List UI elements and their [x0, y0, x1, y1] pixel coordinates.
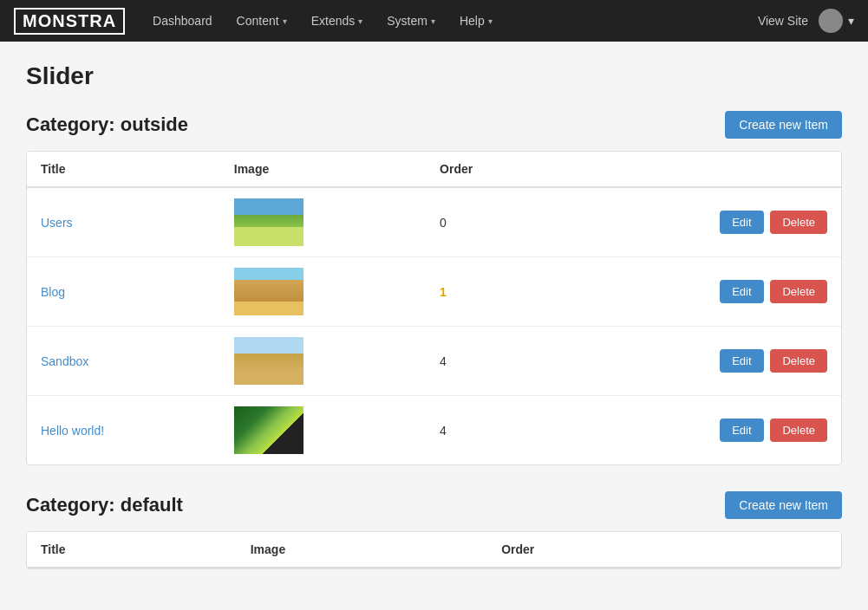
delete-button-0[interactable]: Delete [770, 211, 827, 234]
category-outside-section: Category: outside Create new Item Title … [26, 111, 842, 465]
delete-button-2[interactable]: Delete [770, 349, 827, 373]
nav-items: Dashboard Content ▾ Extends ▾ System ▾ H… [142, 9, 758, 33]
default-col-title: Title [27, 532, 237, 568]
default-table-container: Title Image Order [26, 531, 842, 569]
category-default-header: Category: default Create new Item [26, 491, 842, 519]
col-actions [555, 152, 841, 187]
col-title: Title [27, 152, 220, 187]
cell-image-3 [220, 396, 426, 465]
cell-order-3: 4 [426, 396, 555, 465]
category-default-title: Category: default [26, 494, 183, 516]
main-content: Slider Category: outside Create new Item… [0, 42, 868, 610]
view-site-link[interactable]: View Site [758, 14, 808, 28]
page-title: Slider [26, 62, 842, 90]
cell-order-2: 4 [426, 327, 555, 396]
category-default-section: Category: default Create new Item Title … [26, 491, 842, 569]
edit-button-2[interactable]: Edit [720, 349, 763, 373]
category-outside-title: Category: outside [26, 114, 188, 136]
create-item-default-button[interactable]: Create new Item [725, 491, 842, 519]
title-link-3[interactable]: Hello world! [41, 424, 104, 438]
thumbnail-1 [234, 268, 303, 315]
cell-image-2 [220, 327, 426, 396]
help-caret-icon: ▾ [488, 16, 493, 26]
title-link-0[interactable]: Users [41, 216, 73, 230]
extends-caret-icon: ▾ [358, 16, 362, 26]
cell-order-0: 0 [426, 187, 555, 257]
outside-table: Title Image Order Users 0 Edit Delete [27, 152, 841, 464]
edit-button-3[interactable]: Edit [720, 419, 763, 442]
avatar [819, 9, 843, 33]
thumbnail-2 [234, 337, 303, 385]
cell-actions-0: Edit Delete [555, 187, 841, 257]
default-table: Title Image Order [27, 532, 841, 568]
cell-title-1: Blog [27, 257, 220, 327]
default-col-order: Order [487, 532, 730, 568]
default-table-header-row: Title Image Order [27, 532, 841, 568]
default-col-image: Image [237, 532, 487, 568]
cell-actions-2: Edit Delete [555, 327, 841, 396]
table-header-row: Title Image Order [27, 152, 841, 187]
table-row: Hello world! 4 Edit Delete [27, 396, 841, 465]
table-row: Users 0 Edit Delete [27, 187, 841, 257]
delete-button-1[interactable]: Delete [770, 280, 827, 303]
category-outside-header: Category: outside Create new Item [26, 111, 842, 139]
nav-content[interactable]: Content ▾ [226, 9, 297, 33]
thumbnail-0 [234, 198, 303, 246]
nav-right: View Site ▾ [758, 9, 854, 33]
delete-button-3[interactable]: Delete [770, 419, 827, 442]
title-link-1[interactable]: Blog [41, 285, 65, 299]
brand-logo[interactable]: MONSTRA [14, 8, 125, 35]
user-menu[interactable]: ▾ [819, 9, 854, 33]
cell-order-1: 1 [426, 257, 555, 327]
user-caret-icon: ▾ [848, 14, 854, 28]
nav-extends[interactable]: Extends ▾ [301, 9, 374, 33]
table-row: Sandbox 4 Edit Delete [27, 327, 841, 396]
title-link-2[interactable]: Sandbox [41, 354, 88, 368]
cell-title-2: Sandbox [27, 327, 220, 396]
system-caret-icon: ▾ [431, 16, 435, 26]
edit-button-1[interactable]: Edit [720, 280, 763, 303]
edit-button-0[interactable]: Edit [720, 211, 763, 234]
col-order: Order [426, 152, 555, 187]
cell-title-0: Users [27, 187, 220, 257]
nav-system[interactable]: System ▾ [376, 9, 446, 33]
nav-dashboard[interactable]: Dashboard [142, 9, 223, 33]
cell-image-0 [220, 187, 426, 257]
create-item-outside-button[interactable]: Create new Item [725, 111, 842, 139]
cell-actions-1: Edit Delete [555, 257, 841, 327]
outside-table-container: Title Image Order Users 0 Edit Delete [26, 151, 842, 465]
navbar: MONSTRA Dashboard Content ▾ Extends ▾ Sy… [0, 0, 868, 42]
content-caret-icon: ▾ [283, 16, 287, 26]
nav-help[interactable]: Help ▾ [449, 9, 503, 33]
table-row: Blog 1 Edit Delete [27, 257, 841, 327]
cell-title-3: Hello world! [27, 396, 220, 465]
cell-image-1 [220, 257, 426, 327]
thumbnail-3 [234, 406, 303, 454]
cell-actions-3: Edit Delete [555, 396, 841, 465]
col-image: Image [220, 152, 426, 187]
default-col-actions [730, 532, 841, 568]
